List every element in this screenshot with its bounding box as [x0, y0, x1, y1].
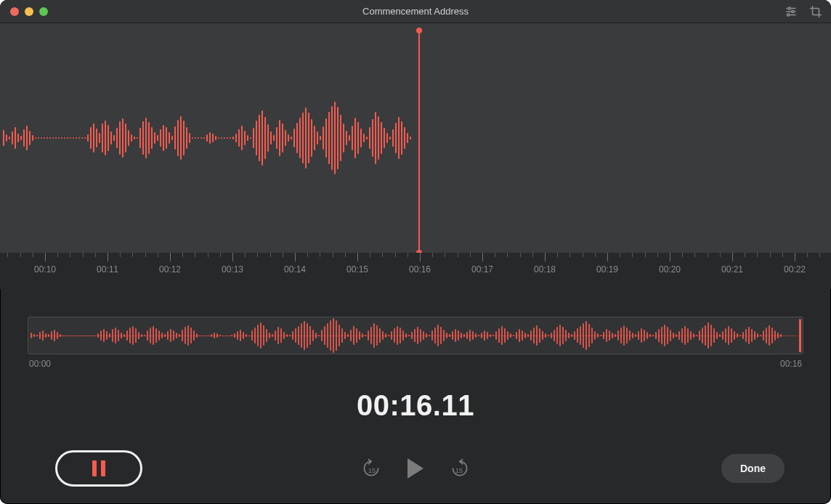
overview-bar — [121, 333, 122, 338]
overview-bar — [478, 335, 479, 336]
overview-bar — [350, 330, 352, 341]
overview-bar — [588, 324, 590, 347]
waveform-bar — [52, 137, 54, 139]
waveform-bar — [93, 123, 94, 153]
overview-bar — [397, 326, 398, 345]
window-title: Commencement Address — [362, 6, 469, 17]
play-button[interactable] — [408, 458, 423, 479]
overview-bar — [490, 334, 491, 337]
crop-icon[interactable] — [809, 5, 822, 18]
waveform-bar — [154, 132, 155, 144]
overview-bar — [405, 333, 407, 338]
overview-bar — [388, 335, 389, 336]
pause-icon — [92, 460, 105, 476]
overview-bar — [562, 327, 564, 344]
overview-bar — [664, 325, 665, 346]
overview-bar — [434, 328, 436, 344]
waveform-bar — [363, 134, 365, 142]
overview-bar — [167, 331, 169, 340]
waveform-bar — [76, 137, 77, 139]
waveform-bar — [151, 127, 153, 149]
overview-bar — [71, 336, 73, 336]
waveform-bar — [41, 137, 42, 139]
waveform-bar — [325, 118, 327, 158]
waveform-bar — [169, 132, 170, 144]
overview-bar — [710, 325, 712, 346]
overview-bar — [280, 328, 282, 343]
overview-waveform[interactable] — [28, 317, 803, 354]
overview-bar — [112, 329, 113, 342]
overview-bar — [312, 330, 314, 341]
overview-bar — [510, 333, 511, 338]
overview-bar — [426, 333, 427, 338]
overview-bar — [591, 328, 593, 344]
waveform-bar — [113, 135, 115, 141]
waveform-bar — [20, 136, 22, 140]
skip-back-label: 15 — [368, 467, 376, 474]
overview-bar — [208, 336, 209, 336]
overview-bar — [33, 334, 35, 337]
overview-start-time: 00:00 — [29, 359, 51, 369]
pause-record-button[interactable] — [55, 450, 142, 487]
overview-bar — [132, 326, 134, 345]
overview-bar — [216, 333, 218, 338]
svg-point-1 — [788, 7, 790, 9]
overview-bar — [481, 333, 482, 338]
overview-bar — [144, 335, 145, 336]
waveform-bar — [230, 137, 231, 139]
waveform-bar — [340, 115, 341, 161]
ruler-label: 00:16 — [409, 264, 431, 275]
waveform-bar — [180, 116, 182, 160]
overview-bar — [777, 333, 779, 338]
overview-bar — [548, 335, 549, 336]
overview-bar — [379, 328, 381, 343]
waveform-bar — [200, 137, 202, 139]
overview-bar — [670, 330, 671, 341]
waveform-bar — [366, 137, 368, 139]
waveform-bar — [369, 127, 370, 149]
overview-bar — [420, 329, 421, 342]
skip-forward-button[interactable]: 15 — [450, 458, 470, 479]
waveform-bar — [78, 137, 80, 139]
waveform-bar — [308, 113, 309, 163]
overview-playhead[interactable] — [799, 319, 801, 352]
overview-bar — [150, 328, 151, 344]
waveform-bar — [346, 131, 347, 145]
overview-bar — [318, 335, 320, 336]
overview-bar — [333, 318, 334, 353]
overview-bar — [475, 333, 477, 338]
overview-bar — [286, 334, 288, 337]
overview-bar — [559, 325, 561, 346]
overview-bar — [423, 331, 424, 340]
overview-bar — [246, 334, 247, 337]
overview-bar — [771, 328, 773, 344]
waveform-bar — [224, 137, 225, 139]
close-window-button[interactable] — [10, 7, 19, 16]
fullscreen-window-button[interactable] — [39, 7, 48, 16]
waveform-bar — [235, 134, 237, 142]
overview-bar — [260, 322, 262, 349]
waveform-bar — [253, 128, 254, 148]
overview-bar — [182, 330, 183, 341]
waveform-bar — [386, 133, 388, 143]
done-button[interactable]: Done — [721, 454, 785, 483]
ruler-label: 00:21 — [721, 264, 743, 275]
overview-bar — [135, 328, 137, 343]
waveform-bar — [349, 135, 350, 141]
overview-bar — [696, 335, 697, 336]
settings-icon[interactable] — [785, 5, 798, 18]
overview-bar — [620, 328, 622, 344]
overview-bar — [103, 329, 105, 342]
overview-bar — [626, 328, 628, 344]
overview-bar — [315, 333, 317, 338]
overview-bar — [719, 334, 721, 337]
skip-forward-label: 15 — [455, 467, 463, 474]
minimize-window-button[interactable] — [25, 7, 33, 16]
waveform-bar — [186, 127, 187, 149]
overview-bar — [231, 335, 232, 336]
playhead[interactable] — [418, 31, 420, 253]
detail-waveform[interactable] — [0, 23, 831, 253]
skip-back-button[interactable]: 15 — [361, 458, 381, 479]
waveform-bar — [288, 134, 289, 142]
overview-bar — [179, 334, 180, 337]
